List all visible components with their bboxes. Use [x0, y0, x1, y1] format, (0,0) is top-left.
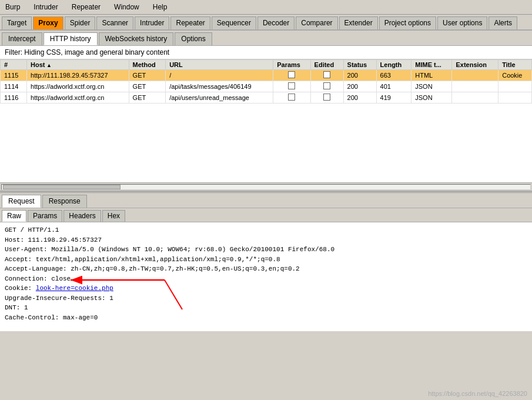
cell-mime: HTML [411, 70, 452, 81]
cell-id: 1114 [1, 81, 27, 92]
tab-decoder[interactable]: Decoder [257, 16, 295, 29]
tab-project-options[interactable]: Project options [379, 16, 436, 29]
cell-edited [310, 70, 343, 81]
cell-method: GET [129, 70, 166, 81]
request-line-cookie: Cookie: look-here=cookie.php [5, 284, 527, 294]
tab-hex[interactable]: Hex [102, 210, 125, 222]
cell-url: / [166, 70, 273, 81]
tab-comparer[interactable]: Comparer [296, 16, 337, 29]
cell-title [498, 92, 532, 104]
request-response-tab-bar: Request Response [0, 193, 532, 208]
cell-url: /api/tasks/messages/406149 [166, 81, 273, 92]
watermark-text: https://blog.csdn.net/qq_42263820 [428, 390, 527, 397]
request-line-2: Host: 111.198.29.45:57327 [5, 235, 527, 245]
col-header-length[interactable]: Length [376, 60, 411, 70]
horizontal-scrollbar[interactable] [0, 183, 532, 191]
tab-user-options[interactable]: User options [437, 16, 487, 29]
menu-bar: Burp Intruder Repeater Window Help [0, 0, 532, 15]
col-header-edited[interactable]: Edited [310, 60, 343, 70]
tab-request[interactable]: Request [2, 195, 41, 208]
tab-alerts[interactable]: Alerts [488, 16, 517, 29]
cell-method: GET [129, 92, 166, 104]
cell-params [273, 92, 310, 104]
inner-tab-bar: Raw Params Headers Hex [0, 208, 532, 222]
cell-method: GET [129, 81, 166, 92]
cell-params [273, 81, 310, 92]
tab-raw[interactable]: Raw [2, 210, 26, 222]
col-header-id[interactable]: # [1, 60, 27, 70]
tab-extender[interactable]: Extender [339, 16, 378, 29]
cell-status: 200 [343, 92, 376, 104]
filter-bar[interactable]: Filter: Hiding CSS, image and general bi… [0, 46, 532, 59]
cell-mime: JSON [411, 81, 452, 92]
menu-intruder[interactable]: Intruder [31, 2, 60, 12]
cell-params [273, 70, 310, 81]
request-line-7: Upgrade-Insecure-Requests: 1 [5, 294, 527, 304]
cookie-link[interactable]: look-here=cookie.php [36, 285, 113, 292]
table-row[interactable]: 1116 https://adworld.xctf.org.cn GET /ap… [1, 92, 532, 104]
cell-extension [452, 81, 498, 92]
cell-host: https://adworld.xctf.org.cn [27, 81, 129, 92]
cell-extension [452, 92, 498, 104]
tab-headers[interactable]: Headers [63, 210, 101, 222]
tab-intruder[interactable]: Intruder [135, 16, 169, 29]
tab-proxy[interactable]: Proxy [33, 16, 63, 29]
scrollbar-thumb[interactable] [3, 185, 121, 189]
request-line-9: Cache-Control: max-age=0 [5, 313, 527, 323]
cell-length: 663 [376, 70, 411, 81]
menu-burp[interactable]: Burp [3, 2, 22, 12]
cell-length: 419 [376, 92, 411, 104]
col-header-extension[interactable]: Extension [452, 60, 498, 70]
proxy-sub-tab-bar: Intercept HTTP history WebSockets histor… [0, 31, 532, 46]
cell-title [498, 81, 532, 92]
table-header-row: # Host Method URL Params Edited Status L… [1, 60, 532, 70]
request-line-8: DNT: 1 [5, 303, 527, 313]
col-header-host[interactable]: Host [27, 60, 129, 70]
request-line-3: User-Agent: Mozilla/5.0 (Windows NT 10.0… [5, 245, 527, 255]
cell-edited [310, 92, 343, 104]
request-line-6: Connection: close [5, 274, 527, 284]
filter-text: Filter: Hiding CSS, image and general bi… [5, 48, 169, 56]
main-tab-bar: Target Proxy Spider Scanner Intruder Rep… [0, 15, 532, 31]
menu-help[interactable]: Help [150, 2, 170, 12]
request-line-4: Accept: text/html,application/xhtml+xml,… [5, 255, 527, 265]
tab-response[interactable]: Response [42, 195, 87, 208]
subtab-http-history[interactable]: HTTP history [44, 32, 98, 45]
tab-target[interactable]: Target [2, 16, 32, 29]
col-header-params[interactable]: Params [273, 60, 310, 70]
scrollbar-track[interactable] [1, 184, 531, 190]
col-header-method[interactable]: Method [129, 60, 166, 70]
request-line-5: Accept-Language: zh-CN,zh;q=0.8,zh-TW;q=… [5, 264, 527, 274]
menu-repeater[interactable]: Repeater [69, 2, 103, 12]
cell-host: https://adworld.xctf.org.cn [27, 92, 129, 104]
cell-id: 1115 [1, 70, 27, 81]
table-row[interactable]: 1115 http://111.198.29.45:57327 GET / 20… [1, 70, 532, 81]
tab-repeater[interactable]: Repeater [170, 16, 210, 29]
subtab-websockets-history[interactable]: WebSockets history [99, 32, 174, 45]
col-header-title[interactable]: Title [498, 60, 532, 70]
cell-mime: JSON [411, 92, 452, 104]
http-history-table[interactable]: # Host Method URL Params Edited Status L… [0, 59, 532, 183]
table-row[interactable]: 1114 https://adworld.xctf.org.cn GET /ap… [1, 81, 532, 92]
cell-url: /api/users/unread_message [166, 92, 273, 104]
subtab-intercept[interactable]: Intercept [2, 32, 42, 45]
col-header-url[interactable]: URL [166, 60, 273, 70]
menu-window[interactable]: Window [112, 2, 142, 12]
cell-edited [310, 81, 343, 92]
cell-status: 200 [343, 81, 376, 92]
request-content-area: GET / HTTP/1.1 Host: 111.198.29.45:57327… [0, 222, 532, 331]
cell-host: http://111.198.29.45:57327 [27, 70, 129, 81]
cookie-prefix-text: Cookie: [5, 285, 36, 292]
cell-id: 1116 [1, 92, 27, 104]
subtab-options[interactable]: Options [175, 32, 212, 45]
cell-status: 200 [343, 70, 376, 81]
cell-extension [452, 70, 498, 81]
tab-params[interactable]: Params [28, 210, 62, 222]
tab-scanner[interactable]: Scanner [96, 16, 133, 29]
cell-length: 401 [376, 81, 411, 92]
col-header-status[interactable]: Status [343, 60, 376, 70]
tab-sequencer[interactable]: Sequencer [212, 16, 256, 29]
tab-spider[interactable]: Spider [65, 16, 96, 29]
col-header-mime[interactable]: MIME t... [411, 60, 452, 70]
cell-title: Cookie [498, 70, 532, 81]
